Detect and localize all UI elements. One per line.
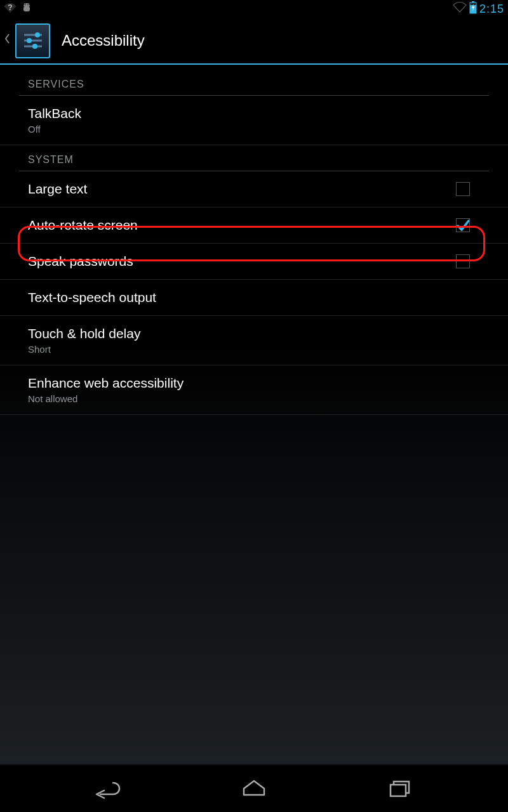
action-bar: Accessibility <box>0 18 508 63</box>
svg-line-5 <box>29 3 30 4</box>
action-bar-up-button[interactable]: Accessibility <box>4 23 145 58</box>
checkbox-auto-rotate[interactable] <box>456 218 470 232</box>
wifi-icon <box>453 2 467 16</box>
status-clock: 2:15 <box>479 3 504 16</box>
item-title: Speak passwords <box>28 254 475 269</box>
nav-back-button[interactable] <box>70 769 146 808</box>
nav-recents-button[interactable] <box>362 769 438 808</box>
no-signal-icon: ? <box>4 2 17 16</box>
svg-rect-1 <box>23 6 30 11</box>
settings-list[interactable]: SERVICES TalkBack Off SYSTEM Large text … <box>0 65 508 764</box>
svg-rect-15 <box>391 785 406 796</box>
checkbox-speak-passwords[interactable] <box>456 254 470 268</box>
item-speak-passwords[interactable]: Speak passwords <box>0 244 508 280</box>
svg-point-14 <box>32 44 37 49</box>
screen-title: Accessibility <box>62 32 145 49</box>
item-talkback[interactable]: TalkBack Off <box>0 96 508 145</box>
item-enhance-web-accessibility[interactable]: Enhance web accessibility Not allowed <box>0 365 508 415</box>
nav-home-button[interactable] <box>216 769 292 808</box>
section-header-system: SYSTEM <box>0 145 508 171</box>
item-title: Auto-rotate screen <box>28 218 475 233</box>
battery-charging-icon <box>469 1 477 16</box>
item-auto-rotate[interactable]: Auto-rotate screen <box>0 207 508 244</box>
settings-app-icon <box>15 23 50 58</box>
item-title: TalkBack <box>28 106 475 121</box>
back-caret-icon <box>4 32 10 49</box>
item-tts-output[interactable]: Text-to-speech output <box>0 280 508 316</box>
item-title: Touch & hold delay <box>28 326 475 341</box>
item-large-text[interactable]: Large text <box>0 171 508 207</box>
svg-point-2 <box>25 4 26 6</box>
svg-point-12 <box>35 32 40 37</box>
item-title: Large text <box>28 181 475 197</box>
item-subtitle: Short <box>28 344 475 355</box>
item-subtitle: Off <box>28 124 475 134</box>
svg-text:?: ? <box>8 3 12 12</box>
item-touch-hold-delay[interactable]: Touch & hold delay Short <box>0 316 508 365</box>
section-header-services: SERVICES <box>0 70 508 95</box>
checkbox-large-text[interactable] <box>456 182 470 196</box>
item-subtitle: Not allowed <box>28 393 475 404</box>
android-debug-icon <box>20 2 33 16</box>
navigation-bar <box>0 764 508 812</box>
svg-line-4 <box>24 3 25 4</box>
svg-rect-7 <box>472 1 474 3</box>
item-title: Text-to-speech output <box>28 290 475 305</box>
svg-point-13 <box>27 38 32 43</box>
status-bar: ? 2:15 <box>0 0 508 18</box>
item-title: Enhance web accessibility <box>28 376 475 391</box>
svg-point-3 <box>27 4 29 6</box>
